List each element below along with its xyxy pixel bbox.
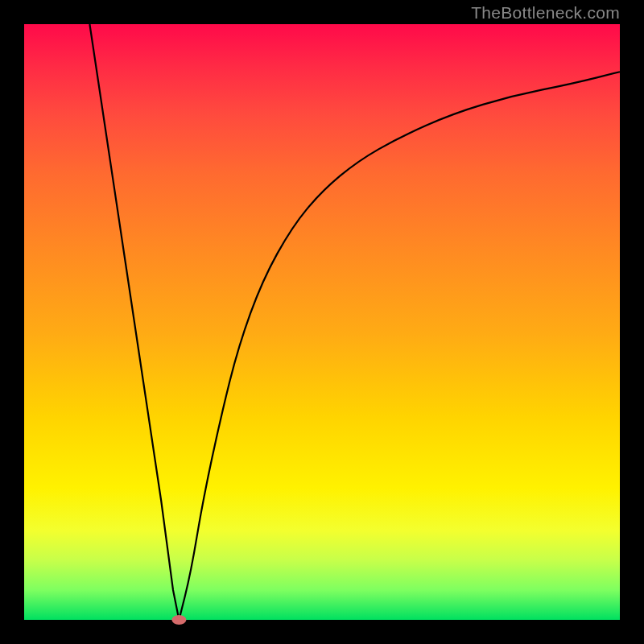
chart-frame: TheBottleneck.com bbox=[0, 0, 644, 644]
plot-area bbox=[24, 24, 620, 620]
bottleneck-curve bbox=[24, 24, 620, 620]
watermark-text: TheBottleneck.com bbox=[471, 3, 620, 23]
curve-path bbox=[89, 24, 620, 620]
minimum-marker bbox=[171, 615, 186, 625]
